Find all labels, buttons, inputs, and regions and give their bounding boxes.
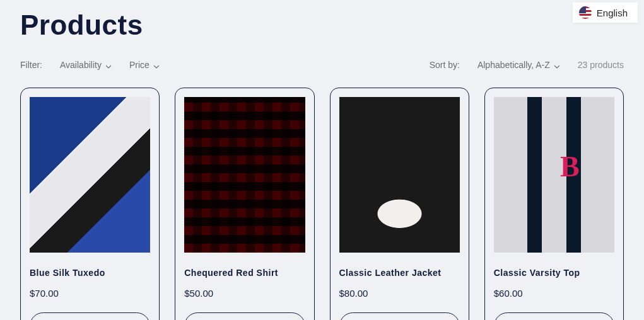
chevron-down-icon [153,62,160,68]
filter-label: Filter: [20,60,42,70]
filter-availability-label: Availability [60,60,102,70]
product-image [184,97,305,253]
sort-selected: Alphabetically, A-Z [477,60,550,70]
product-card[interactable]: Classic Varsity Top $60.00 Choose option… [484,88,624,320]
add-to-cart-button[interactable]: Add to cart [339,312,460,320]
sort-dropdown[interactable]: Alphabetically, A-Z [477,60,560,70]
product-name: Classic Leather Jacket [339,268,460,278]
product-price: $70.00 [30,288,150,299]
filter-price[interactable]: Price [129,60,160,70]
language-switcher[interactable]: English [573,3,638,23]
product-card[interactable]: Classic Leather Jacket $80.00 Add to car… [330,88,469,320]
filter-price-label: Price [129,60,149,70]
product-name: Blue Silk Tuxedo [30,268,150,278]
sort-label: Sort by: [430,60,460,70]
product-price: $50.00 [184,288,305,299]
page-title: Products [20,0,624,60]
toolbar: Filter: Availability Price Sort by: Alph… [20,60,624,70]
chevron-down-icon [554,62,560,68]
product-image [339,97,460,253]
product-price: $80.00 [339,288,460,299]
choose-options-button[interactable]: Choose options [494,312,614,320]
us-flag-icon [579,6,592,19]
product-name: Chequered Red Shirt [184,268,305,278]
product-image [30,97,150,253]
product-image [494,97,614,253]
add-to-cart-button[interactable]: Add to cart [184,312,305,320]
filter-availability[interactable]: Availability [60,60,112,70]
add-to-cart-button[interactable]: Add to cart [30,312,150,320]
chevron-down-icon [105,62,112,68]
product-grid: Blue Silk Tuxedo $70.00 Add to cart Cheq… [20,88,624,320]
product-card[interactable]: Chequered Red Shirt $50.00 Add to cart [175,88,314,320]
language-label: English [597,8,628,18]
product-price: $60.00 [494,288,614,299]
product-count: 23 products [578,60,624,70]
product-name: Classic Varsity Top [494,268,614,278]
product-card[interactable]: Blue Silk Tuxedo $70.00 Add to cart [20,88,160,320]
